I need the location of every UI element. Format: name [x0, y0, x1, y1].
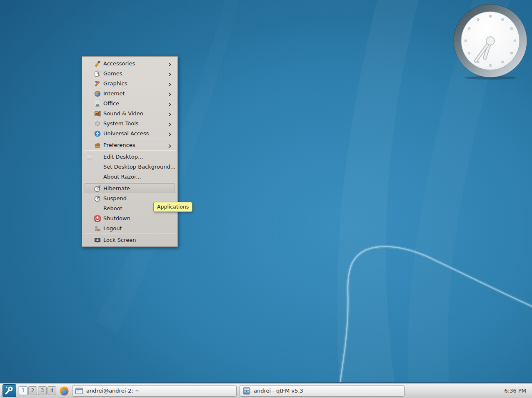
menu-item-universal-access[interactable]: Universal Access [85, 128, 175, 138]
submenu-arrow-icon [167, 101, 172, 107]
menu-item-logout[interactable]: Logout [85, 223, 175, 233]
menu-item-label: Sound & Video [103, 110, 143, 117]
application-menu: Accessories Games Graphics Internet Offi… [82, 56, 178, 247]
menu-item-label: Hibernate [103, 185, 130, 192]
menu-item-shutdown[interactable]: Shutdown [85, 213, 175, 223]
shutdown-icon [94, 215, 101, 222]
submenu-arrow-icon [167, 71, 172, 77]
tooltip-text: Applications [157, 204, 189, 210]
analog-clock-widget[interactable] [452, 1, 529, 82]
preferences-icon [94, 142, 101, 149]
menu-item-lock-screen[interactable]: Lock Screen [85, 235, 175, 245]
hibernate-icon [94, 185, 101, 192]
submenu-arrow-icon [167, 111, 172, 117]
razor-menu-icon [4, 385, 15, 397]
submenu-arrow-icon [167, 61, 172, 67]
menu-item-games[interactable]: Games [85, 68, 175, 78]
window-title: andrei - qtFM v5.3 [254, 388, 303, 394]
menu-item-preferences[interactable]: Preferences [85, 140, 175, 150]
suspend-icon [94, 195, 101, 202]
start-menu-button[interactable] [2, 384, 16, 397]
menu-item-edit-desktop[interactable]: Edit Desktop... [85, 152, 175, 162]
menu-item-label: Edit Desktop... [103, 154, 143, 160]
menu-item-label: Logout [103, 225, 122, 231]
taskbar-window-qtfm[interactable]: andrei - qtFM v5.3 [240, 385, 405, 397]
menu-item-label: Suspend [103, 195, 127, 201]
taskbar-clock[interactable]: 6:36 PM [505, 388, 526, 394]
menu-item-label: About Razor... [103, 174, 141, 180]
edit-desktop-checkbox[interactable] [87, 154, 92, 159]
menu-item-label: Accessories [103, 60, 135, 67]
games-icon [94, 70, 101, 77]
internet-icon [94, 90, 101, 97]
menu-item-label: Preferences [103, 142, 135, 148]
menu-item-graphics[interactable]: Graphics [85, 78, 175, 88]
menu-item-office[interactable]: Office [85, 98, 175, 108]
terminal-icon [75, 387, 83, 395]
firefox-launcher[interactable] [59, 386, 70, 396]
analog-clock-face [452, 1, 529, 80]
submenu-arrow-icon [167, 121, 172, 127]
accessories-icon [94, 60, 101, 67]
menu-item-label: Lock Screen [103, 237, 136, 243]
workspace-button-3[interactable]: 3 [38, 386, 47, 395]
applications-tooltip: Applications [153, 202, 192, 212]
file-manager-icon [242, 387, 251, 395]
taskbar-window-terminal[interactable]: andrei@andrei-2: ~ [72, 385, 237, 397]
system-tools-icon [94, 120, 101, 127]
office-icon [94, 100, 101, 107]
menu-item-label: Set Desktop Background... [103, 164, 175, 170]
menu-item-sound-video[interactable]: Sound & Video [85, 108, 175, 118]
logout-icon [94, 225, 101, 232]
menu-item-label: Shutdown [103, 215, 130, 221]
menu-item-set-desktop-background[interactable]: Set Desktop Background... [85, 162, 175, 172]
workspace-button-1[interactable]: 1 [19, 386, 27, 395]
sound-video-icon [94, 110, 101, 117]
submenu-arrow-icon [167, 81, 172, 87]
menu-item-internet[interactable]: Internet [85, 88, 175, 98]
menu-item-label: Office [103, 100, 119, 107]
menu-item-label: Reboot [103, 205, 122, 211]
menu-item-about-razor[interactable]: About Razor... [85, 172, 175, 182]
menu-item-label: Graphics [103, 80, 127, 87]
workspace-button-2[interactable]: 2 [28, 386, 37, 395]
lock-screen-icon [94, 237, 101, 244]
menu-item-label: Universal Access [103, 130, 149, 137]
menu-item-hibernate[interactable]: Hibernate [85, 183, 175, 193]
universal-access-icon [94, 130, 101, 137]
menu-item-system-tools[interactable]: System Tools [85, 118, 175, 128]
submenu-arrow-icon [167, 91, 172, 97]
workspace-button-4[interactable]: 4 [47, 386, 56, 395]
graphics-icon [94, 80, 101, 87]
submenu-arrow-icon [167, 142, 172, 148]
menu-item-label: Games [103, 70, 122, 77]
menu-item-label: System Tools [103, 120, 139, 127]
taskbar: 1 2 3 4 andrei@andrei-2: ~ andrei - qtFM… [0, 382, 532, 398]
submenu-arrow-icon [167, 131, 172, 137]
workspace-switcher: 1 2 3 4 [19, 386, 56, 395]
menu-item-accessories[interactable]: Accessories [85, 58, 175, 68]
firefox-icon [59, 390, 70, 398]
window-title: andrei@andrei-2: ~ [86, 388, 140, 394]
menu-item-label: Internet [103, 90, 125, 97]
